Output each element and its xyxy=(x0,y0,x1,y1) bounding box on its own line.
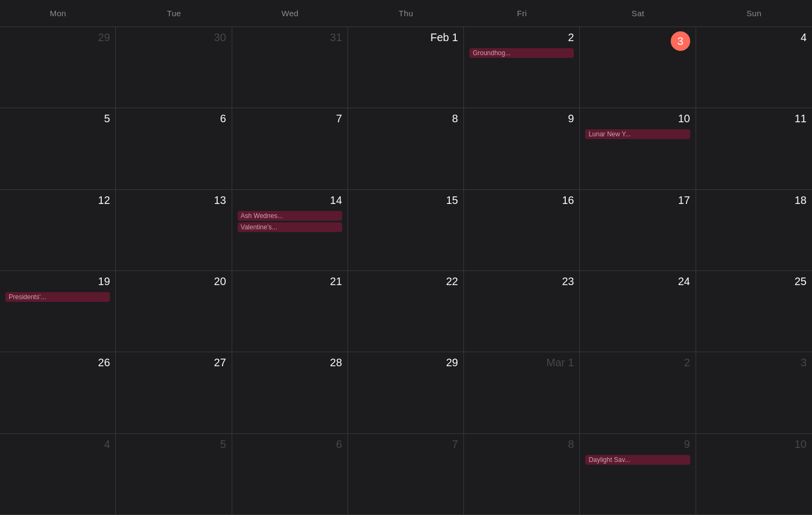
day-number-wrapper-4: 2 xyxy=(469,31,574,46)
day-cell-6[interactable]: 4 xyxy=(696,27,812,108)
day-cell-8[interactable]: 6 xyxy=(116,108,232,189)
event-tag-4-0[interactable]: Groundhog... xyxy=(469,48,574,58)
day-number-24: 22 xyxy=(353,275,458,288)
day-number-34: 3 xyxy=(702,356,807,369)
day-number-37: 6 xyxy=(238,438,342,451)
day-header-fri: Fri xyxy=(464,0,580,27)
day-number-wrapper-27: 25 xyxy=(702,275,807,290)
day-number-17: 15 xyxy=(353,194,458,207)
event-tag-16-1[interactable]: Valentine's... xyxy=(238,222,342,232)
day-number-wrapper-5: 3 xyxy=(585,31,690,53)
day-number-16: 14 xyxy=(238,194,342,207)
day-cell-15[interactable]: 13 xyxy=(116,190,232,271)
day-header-tue: Tue xyxy=(116,0,232,27)
day-number-28: 26 xyxy=(5,356,110,369)
day-cell-18[interactable]: 16 xyxy=(464,190,580,271)
day-cell-40[interactable]: 9Daylight Sav... xyxy=(580,434,696,515)
day-number-wrapper-26: 24 xyxy=(585,275,690,290)
day-cell-28[interactable]: 26 xyxy=(0,352,116,433)
day-number-27: 25 xyxy=(702,275,807,288)
day-number-wrapper-39: 8 xyxy=(469,438,574,453)
day-cell-30[interactable]: 28 xyxy=(232,352,348,433)
day-header-sun: Sun xyxy=(696,0,812,27)
day-cell-25[interactable]: 23 xyxy=(464,271,580,352)
day-number-wrapper-12: 10 xyxy=(585,113,690,127)
day-number-wrapper-1: 30 xyxy=(121,31,226,46)
day-cell-17[interactable]: 15 xyxy=(348,190,464,271)
day-number-wrapper-41: 10 xyxy=(702,438,807,453)
day-cell-26[interactable]: 24 xyxy=(580,271,696,352)
day-number-19: 17 xyxy=(585,194,690,207)
day-number-25: 23 xyxy=(469,275,574,288)
day-number-wrapper-17: 15 xyxy=(353,194,458,209)
day-cell-21[interactable]: 19Presidents'... xyxy=(0,271,116,352)
day-number-4: 2 xyxy=(469,31,574,44)
day-cell-38[interactable]: 7 xyxy=(348,434,464,515)
day-number-wrapper-40: 9 xyxy=(585,438,690,453)
day-cell-37[interactable]: 6 xyxy=(232,434,348,515)
day-cell-27[interactable]: 25 xyxy=(696,271,812,352)
event-tag-40-0[interactable]: Daylight Sav... xyxy=(585,455,690,465)
day-cell-32[interactable]: Mar 1 xyxy=(464,352,580,433)
day-number-22: 20 xyxy=(121,275,226,288)
day-cell-24[interactable]: 22 xyxy=(348,271,464,352)
day-number-40: 9 xyxy=(585,438,690,451)
day-number-wrapper-24: 22 xyxy=(353,275,458,290)
day-cell-3[interactable]: Feb 1 xyxy=(348,27,464,108)
day-number-12: 10 xyxy=(585,113,690,125)
day-cell-22[interactable]: 20 xyxy=(116,271,232,352)
event-tag-21-0[interactable]: Presidents'... xyxy=(5,292,110,302)
day-cell-35[interactable]: 4 xyxy=(0,434,116,515)
day-cell-9[interactable]: 7 xyxy=(232,108,348,189)
day-number-32: Mar 1 xyxy=(469,356,574,369)
day-number-wrapper-38: 7 xyxy=(353,438,458,453)
day-number-wrapper-0: 29 xyxy=(5,31,110,46)
day-number-14: 12 xyxy=(5,194,110,207)
day-cell-1[interactable]: 30 xyxy=(116,27,232,108)
day-cell-33[interactable]: 2 xyxy=(580,352,696,433)
day-number-wrapper-20: 18 xyxy=(702,194,807,209)
day-number-20: 18 xyxy=(702,194,807,207)
day-number-wrapper-2: 31 xyxy=(238,31,342,46)
day-cell-16[interactable]: 14Ash Wednes...Valentine's... xyxy=(232,190,348,271)
day-number-wrapper-7: 5 xyxy=(5,113,110,127)
day-number-wrapper-8: 6 xyxy=(121,113,226,127)
day-cell-39[interactable]: 8 xyxy=(464,434,580,515)
day-cell-11[interactable]: 9 xyxy=(464,108,580,189)
day-number-35: 4 xyxy=(5,438,110,451)
day-cell-2[interactable]: 31 xyxy=(232,27,348,108)
day-number-9: 7 xyxy=(238,113,342,125)
day-cell-41[interactable]: 10 xyxy=(696,434,812,515)
day-cell-36[interactable]: 5 xyxy=(116,434,232,515)
day-cell-31[interactable]: 29 xyxy=(348,352,464,433)
day-cell-23[interactable]: 21 xyxy=(232,271,348,352)
day-number-wrapper-32: Mar 1 xyxy=(469,356,574,371)
day-cell-13[interactable]: 11 xyxy=(696,108,812,189)
calendar-grid: 293031Feb 12Groundhog...345678910Lunar N… xyxy=(0,27,812,515)
day-number-wrapper-37: 6 xyxy=(238,438,342,453)
day-number-3: Feb 1 xyxy=(353,31,458,44)
day-cell-12[interactable]: 10Lunar New Y... xyxy=(580,108,696,189)
day-cell-7[interactable]: 5 xyxy=(0,108,116,189)
day-number-wrapper-13: 11 xyxy=(702,113,807,127)
day-number-wrapper-31: 29 xyxy=(353,356,458,371)
day-cell-14[interactable]: 12 xyxy=(0,190,116,271)
day-cell-4[interactable]: 2Groundhog... xyxy=(464,27,580,108)
day-number-wrapper-19: 17 xyxy=(585,194,690,209)
event-tag-16-0[interactable]: Ash Wednes... xyxy=(238,211,342,221)
day-cell-19[interactable]: 17 xyxy=(580,190,696,271)
day-cell-10[interactable]: 8 xyxy=(348,108,464,189)
day-number-8: 6 xyxy=(121,113,226,125)
day-number-wrapper-3: Feb 1 xyxy=(353,31,458,46)
day-cell-5[interactable]: 3 xyxy=(580,27,696,108)
day-cell-34[interactable]: 3 xyxy=(696,352,812,433)
day-number-wrapper-25: 23 xyxy=(469,275,574,290)
day-number-wrapper-16: 14 xyxy=(238,194,342,209)
day-number-wrapper-22: 20 xyxy=(121,275,226,290)
day-cell-20[interactable]: 18 xyxy=(696,190,812,271)
day-number-13: 11 xyxy=(702,113,807,125)
day-number-18: 16 xyxy=(469,194,574,207)
event-tag-12-0[interactable]: Lunar New Y... xyxy=(585,129,690,139)
day-cell-29[interactable]: 27 xyxy=(116,352,232,433)
day-cell-0[interactable]: 29 xyxy=(0,27,116,108)
